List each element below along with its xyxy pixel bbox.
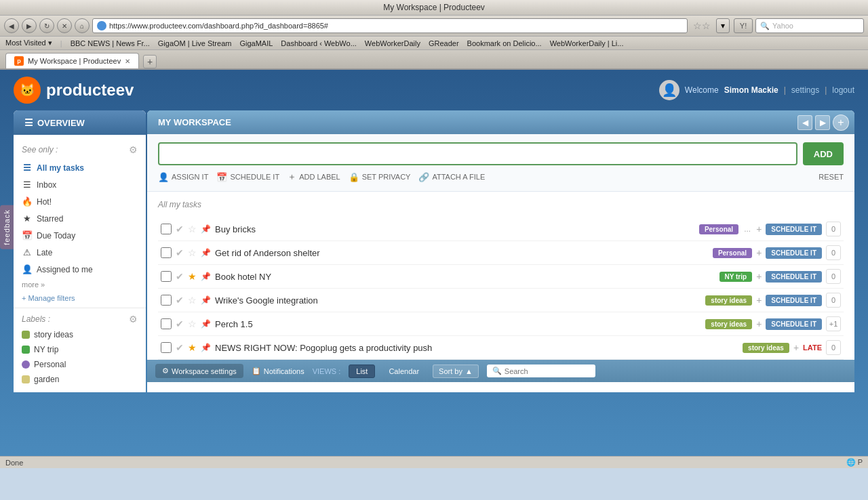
task-add-5[interactable]: +: [793, 342, 799, 353]
task-add-4[interactable]: +: [756, 318, 762, 329]
sidebar-item-due-today[interactable]: 📅 Due Today: [14, 227, 146, 244]
bookmark-delicious[interactable]: Bookmark on Delicio...: [467, 39, 542, 47]
task-pin-0[interactable]: 📌: [201, 224, 211, 234]
task-input-field[interactable]: [158, 142, 797, 165]
next-workspace-button[interactable]: ▶: [815, 115, 830, 130]
task-check-4[interactable]: ✔: [176, 318, 184, 329]
task-label-1[interactable]: Personal: [713, 248, 752, 258]
task-label-3[interactable]: story ideas: [705, 295, 752, 306]
overview-tab[interactable]: ☰ OVERVIEW: [14, 110, 146, 135]
labels-gear-icon[interactable]: ⚙: [129, 314, 138, 325]
browser-search-bar[interactable]: 🔍 Yahoo: [755, 18, 864, 33]
task-checkbox-5[interactable]: [161, 342, 172, 353]
active-tab[interactable]: p My Workspace | Producteev ✕: [5, 53, 139, 68]
bookmark-most-visited[interactable]: Most Visited ▾: [5, 39, 52, 47]
label-item-ny-trip[interactable]: NY trip: [14, 342, 146, 357]
schedule-btn-0[interactable]: SCHEDULE IT: [766, 224, 822, 235]
schedule-btn-2[interactable]: SCHEDULE IT: [766, 271, 822, 283]
workspace-settings-button[interactable]: ⚙ Workspace settings: [155, 364, 243, 378]
attach-file-button[interactable]: 🔗 ATTACH A FILE: [418, 172, 485, 182]
sort-by-dropdown[interactable]: Sort by ▲: [433, 364, 479, 378]
settings-link[interactable]: settings: [791, 85, 819, 95]
bookmark-gigaom[interactable]: GigaOM | Live Stream: [158, 39, 232, 47]
task-pin-4[interactable]: 📌: [201, 319, 211, 329]
reset-button[interactable]: RESET: [818, 173, 844, 181]
task-pin-1[interactable]: 📌: [201, 248, 211, 257]
more-link[interactable]: more »: [14, 278, 146, 291]
bookmark-star[interactable]: ☆☆: [693, 20, 711, 31]
sidebar-item-inbox[interactable]: ☰ Inbox: [14, 176, 146, 193]
task-dots-0[interactable]: ...: [744, 224, 751, 234]
task-label-0[interactable]: Personal: [699, 224, 738, 234]
task-pin-2[interactable]: 📌: [201, 272, 211, 281]
new-tab-button[interactable]: +: [143, 55, 157, 68]
back-button[interactable]: ◀: [4, 18, 19, 33]
bookmark-webworkerdaily[interactable]: WebWorkerDaily: [365, 39, 420, 47]
sidebar-item-late[interactable]: ⚠ Late: [14, 244, 146, 261]
schedule-btn-4[interactable]: SCHEDULE IT: [766, 318, 822, 330]
add-label-button[interactable]: ＋ ADD LABEL: [288, 171, 340, 183]
calendar-view-button[interactable]: Calendar: [383, 365, 425, 377]
task-checkbox-0[interactable]: [161, 224, 172, 234]
add-task-button[interactable]: ADD: [803, 142, 844, 165]
assign-it-button[interactable]: 👤 ASSIGN IT: [158, 172, 208, 182]
notifications-button[interactable]: 📋 Notifications: [252, 367, 304, 375]
task-pin-3[interactable]: 📌: [201, 295, 211, 305]
task-checkbox-1[interactable]: [161, 247, 172, 258]
home-button[interactable]: ⌂: [75, 18, 90, 33]
task-check-0[interactable]: ✔: [176, 224, 184, 234]
bookmark-dashboard[interactable]: Dashboard ‹ WebWo...: [281, 39, 356, 47]
bookmark-webworkerdaily2[interactable]: WebWorkerDaily | Li...: [550, 39, 624, 47]
sidebar-item-starred[interactable]: ★ Starred: [14, 210, 146, 227]
task-star-3[interactable]: ☆: [188, 295, 197, 306]
task-checkbox-3[interactable]: [161, 295, 172, 306]
label-item-garden[interactable]: garden: [14, 372, 146, 387]
task-check-5[interactable]: ✔: [176, 342, 184, 353]
task-checkbox-2[interactable]: [161, 271, 172, 282]
schedule-btn-3[interactable]: SCHEDULE IT: [766, 295, 822, 306]
task-checkbox-4[interactable]: [161, 318, 172, 329]
task-label-2[interactable]: NY trip: [719, 272, 753, 282]
sidebar-item-hot[interactable]: 🔥 Hot!: [14, 193, 146, 210]
task-star-5[interactable]: ★: [188, 342, 197, 353]
logout-link[interactable]: logout: [832, 85, 854, 95]
list-view-button[interactable]: List: [349, 364, 375, 378]
refresh-button[interactable]: ↻: [39, 18, 54, 33]
manage-filters-link[interactable]: + Manage filters: [14, 291, 146, 308]
task-search-input[interactable]: [505, 367, 579, 375]
feedback-tab[interactable]: feedback: [0, 205, 14, 249]
tab-close-button[interactable]: ✕: [125, 58, 130, 65]
prev-workspace-button[interactable]: ◀: [797, 115, 812, 130]
bookmark-greader[interactable]: GReader: [429, 39, 459, 47]
gear-icon[interactable]: ⚙: [129, 144, 138, 155]
task-add-1[interactable]: +: [756, 247, 762, 258]
task-pin-5[interactable]: 📌: [201, 343, 211, 352]
task-star-0[interactable]: ☆: [188, 224, 197, 234]
task-check-1[interactable]: ✔: [176, 247, 184, 258]
task-add-0[interactable]: +: [756, 224, 762, 234]
sidebar-item-all-tasks[interactable]: ☰ All my tasks: [14, 159, 146, 176]
task-check-3[interactable]: ✔: [176, 295, 184, 306]
workspace-tab[interactable]: MY WORKSPACE: [147, 110, 242, 134]
task-label-4[interactable]: story ideas: [705, 319, 752, 329]
task-star-2[interactable]: ★: [188, 271, 197, 282]
task-check-2[interactable]: ✔: [176, 271, 184, 282]
label-item-personal[interactable]: Personal: [14, 357, 146, 372]
task-add-2[interactable]: +: [756, 271, 762, 282]
url-bar[interactable]: https://www.producteev.com/dashboard.php…: [92, 18, 688, 33]
set-privacy-button[interactable]: 🔒 SET PRIVACY: [349, 172, 411, 182]
sidebar-item-assigned[interactable]: 👤 Assigned to me: [14, 261, 146, 278]
task-add-3[interactable]: +: [756, 295, 762, 306]
bookmark-dropdown[interactable]: ▾: [716, 18, 730, 33]
forward-button[interactable]: ▶: [22, 18, 37, 33]
task-star-1[interactable]: ☆: [188, 247, 197, 258]
bookmark-gigamail[interactable]: GigaMAIL: [239, 39, 273, 47]
schedule-btn-1[interactable]: SCHEDULE IT: [766, 247, 822, 259]
search-area[interactable]: 🔍: [487, 364, 595, 377]
task-label-5[interactable]: story ideas: [743, 343, 789, 353]
schedule-it-button[interactable]: 📅 SCHEDULE IT: [216, 172, 279, 182]
yahoo-icon[interactable]: Y!: [734, 18, 753, 33]
task-star-4[interactable]: ☆: [188, 318, 197, 329]
label-item-story-ideas[interactable]: story ideas: [14, 327, 146, 342]
add-workspace-button[interactable]: +: [833, 114, 849, 131]
